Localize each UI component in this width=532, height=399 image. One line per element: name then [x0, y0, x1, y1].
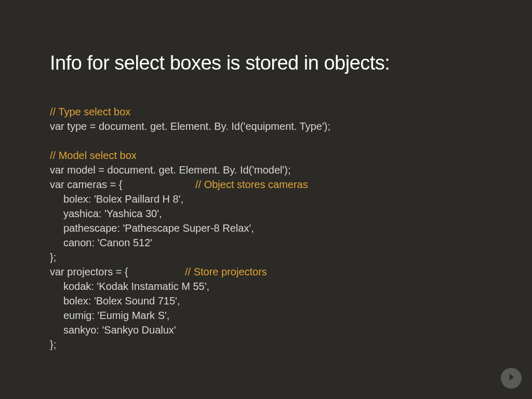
code-line: bolex: 'Bolex Paillard H 8',: [50, 192, 482, 206]
code-comment: // Type select box: [50, 106, 130, 117]
code-section-model: // Model select box var model = document…: [50, 148, 482, 352]
code-line: canon: 'Canon 512': [50, 235, 482, 250]
arrow-right-icon: [506, 372, 516, 384]
code-line: };: [50, 337, 482, 352]
code-line: var projectors = {// Store projectors: [50, 264, 482, 279]
code-line: var model = document. get. Element. By. …: [50, 163, 482, 177]
code-line: eumig: 'Eumig Mark S',: [50, 308, 482, 323]
code-line: kodak: 'Kodak Instamatic M 55',: [50, 279, 482, 294]
code-comment: // Object stores cameras: [195, 179, 308, 190]
slide-title: Info for select boxes is stored in objec…: [50, 52, 482, 74]
code-line: };: [50, 250, 482, 264]
code-block: // Type select box var type = document. …: [50, 104, 482, 352]
code-text: var projectors = {: [50, 264, 185, 279]
slide-content: Info for select boxes is stored in objec…: [0, 0, 532, 352]
code-comment: // Store projectors: [185, 266, 267, 277]
code-line: var type = document. get. Element. By. I…: [50, 119, 482, 134]
code-comment: // Model select box: [50, 150, 137, 161]
code-section-type: // Type select box var type = document. …: [50, 104, 482, 134]
code-line: yashica: 'Yashica 30',: [50, 206, 482, 221]
code-text: var cameras = {: [50, 177, 195, 192]
code-line: pathescape: 'Pathescape Super-8 Relax',: [50, 221, 482, 235]
code-line: var cameras = {// Object stores cameras: [50, 177, 482, 192]
code-line: sankyo: 'Sankyo Dualux': [50, 323, 482, 337]
code-line: bolex: 'Bolex Sound 715',: [50, 294, 482, 308]
next-slide-button[interactable]: [501, 368, 522, 389]
